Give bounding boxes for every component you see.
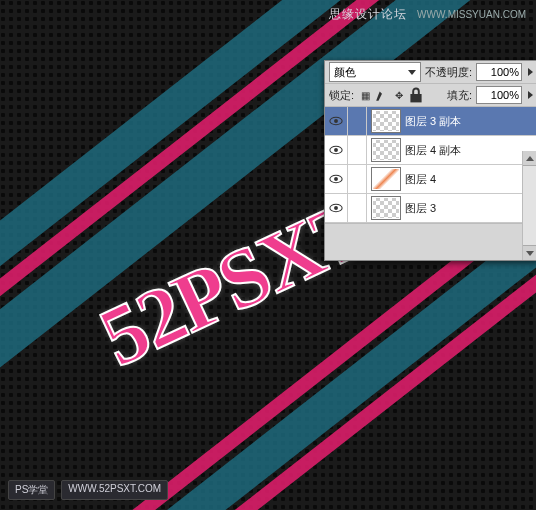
watermark-url: WWW.MISSYUAN.COM	[417, 9, 526, 20]
blend-row: 颜色 不透明度: 100%	[325, 61, 536, 84]
visibility-toggle[interactable]	[325, 165, 348, 193]
opacity-input[interactable]: 100%	[476, 63, 522, 81]
layers-scrollbar[interactable]	[522, 151, 536, 260]
svg-point-4	[334, 148, 338, 152]
layer-name[interactable]: 图层 4	[405, 172, 536, 187]
svg-point-8	[334, 206, 338, 210]
layer-row[interactable]: 图层 3	[325, 194, 536, 223]
blend-mode-select[interactable]: 颜色	[329, 62, 421, 82]
lock-row: 锁定: ▦ ✥ 填充: 100%	[325, 84, 536, 107]
layer-row[interactable]: 图层 4	[325, 165, 536, 194]
link-slot[interactable]	[348, 165, 367, 193]
fill-input[interactable]: 100%	[476, 86, 522, 104]
layer-row[interactable]: 图层 4 副本	[325, 136, 536, 165]
opacity-label: 不透明度:	[425, 65, 472, 80]
lock-icons: ▦ ✥	[358, 88, 423, 102]
layer-name[interactable]: 图层 4 副本	[405, 143, 536, 158]
blend-mode-value: 颜色	[334, 65, 356, 80]
layer-name[interactable]: 图层 3 副本	[405, 114, 536, 129]
layers-panel: 颜色 不透明度: 100% 锁定: ▦ ✥ 填充: 100% 图层 3 副本图层…	[324, 60, 536, 261]
layer-thumbnail[interactable]	[371, 138, 401, 162]
visibility-toggle[interactable]	[325, 107, 348, 135]
lock-label: 锁定:	[329, 88, 354, 103]
fill-label: 填充:	[447, 88, 472, 103]
svg-point-2	[334, 119, 338, 123]
opacity-stepper-icon[interactable]	[528, 68, 533, 76]
watermark-bottom-left: PS学堂	[8, 480, 55, 500]
layers-list: 图层 3 副本图层 4 副本图层 4图层 3	[325, 107, 536, 223]
link-slot[interactable]	[348, 136, 367, 164]
triangle-down-icon	[526, 251, 534, 256]
layer-row[interactable]: 图层 3 副本	[325, 107, 536, 136]
scroll-down-button[interactable]	[523, 245, 536, 260]
layers-empty-area[interactable]	[325, 223, 536, 260]
lock-transparency-icon[interactable]: ▦	[358, 88, 372, 102]
layer-thumbnail[interactable]	[371, 196, 401, 220]
svg-point-6	[334, 177, 338, 181]
svg-rect-0	[410, 94, 421, 102]
scroll-up-button[interactable]	[523, 151, 536, 166]
link-slot[interactable]	[348, 194, 367, 222]
watermark-bottom-url: WWW.52PSXT.COM	[61, 480, 168, 500]
triangle-up-icon	[526, 156, 534, 161]
lock-all-icon[interactable]	[409, 88, 423, 102]
lock-pixels-icon[interactable]	[375, 88, 389, 102]
layer-name[interactable]: 图层 3	[405, 201, 536, 216]
chevron-down-icon	[408, 70, 416, 75]
visibility-toggle[interactable]	[325, 136, 348, 164]
watermark-title: 思缘设计论坛	[329, 7, 407, 21]
layer-thumbnail[interactable]	[371, 167, 401, 191]
fill-stepper-icon[interactable]	[528, 91, 533, 99]
fill-value: 100%	[491, 89, 519, 101]
visibility-toggle[interactable]	[325, 194, 348, 222]
link-slot[interactable]	[348, 107, 367, 135]
layer-thumbnail[interactable]	[371, 109, 401, 133]
watermark-bottom: PS学堂 WWW.52PSXT.COM	[8, 480, 168, 500]
opacity-value: 100%	[491, 66, 519, 78]
watermark-top: 思缘设计论坛 WWW.MISSYUAN.COM	[329, 6, 526, 23]
lock-position-icon[interactable]: ✥	[392, 88, 406, 102]
